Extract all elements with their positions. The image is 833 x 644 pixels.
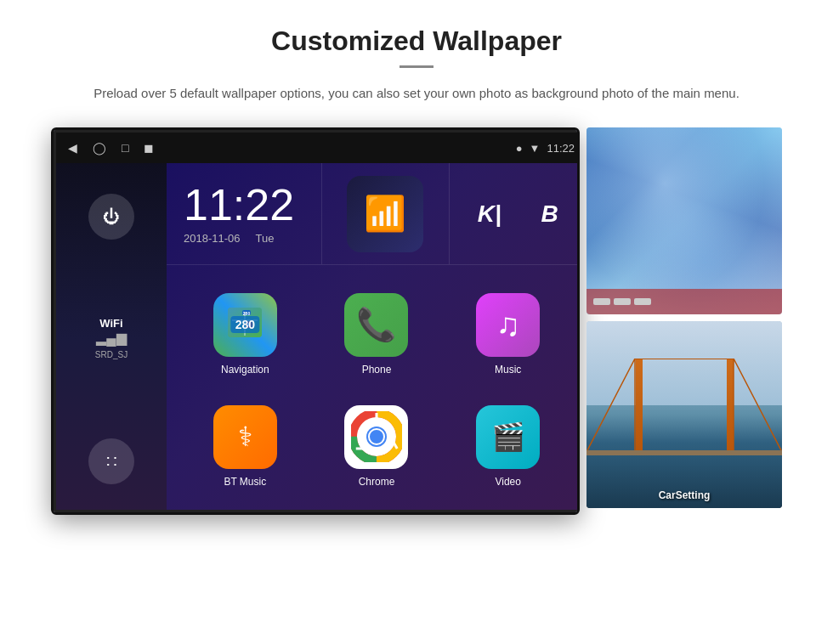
- music-icon: ♫: [476, 293, 540, 357]
- wallpaper-thumbs: CarSetting: [586, 127, 782, 508]
- status-time: 11:22: [547, 142, 575, 155]
- music-symbol: ♫: [496, 307, 520, 343]
- page-subtitle: Preload over 5 default wallpaper options…: [51, 83, 782, 104]
- svg-point-18: [370, 430, 383, 443]
- wifi-network: SRD_SJ: [95, 350, 128, 359]
- app-grid: 280 Navigation: [167, 265, 580, 512]
- widget-section: 📶: [322, 163, 450, 264]
- golden-gate-bg: [586, 321, 782, 508]
- status-icons-left: ◀ ◯ □ ◼: [68, 141, 154, 155]
- bridge-road: [586, 450, 782, 455]
- status-bar: ◀ ◯ □ ◼ ● ▼ 11:22: [56, 133, 580, 163]
- date-line: 2018-11-06 Tue: [184, 232, 304, 245]
- music-label: Music: [495, 364, 521, 376]
- navigation-icon: 280: [213, 293, 277, 357]
- wifi-signal-icon: 📶: [364, 194, 406, 234]
- app-navigation[interactable]: 280 Navigation: [179, 278, 311, 390]
- home-icon[interactable]: ◯: [93, 141, 106, 155]
- back-icon[interactable]: ◀: [68, 141, 77, 155]
- grid-icon: ∷: [106, 451, 117, 472]
- svg-text:280: 280: [243, 311, 251, 316]
- wallpaper-golden-gate[interactable]: CarSetting: [586, 321, 782, 508]
- screen-body: ⏻ WiFi ▂▄▆ SRD_SJ ∷: [56, 163, 580, 512]
- sidebar-top: ⏻ WiFi ▂▄▆ SRD_SJ ∷: [88, 180, 134, 498]
- carsetting-label: CarSetting: [586, 489, 782, 501]
- right-widgets: K| B: [450, 163, 581, 264]
- wifi-section: WiFi ▂▄▆ SRD_SJ: [95, 317, 128, 361]
- signal-icon: ▼: [530, 142, 541, 155]
- status-icons-right: ● ▼ 11:22: [516, 142, 575, 155]
- top-info-bar: 11:22 2018-11-06 Tue 📶: [167, 163, 580, 265]
- widget-k-icon: K|: [478, 201, 502, 228]
- bar-element: [593, 298, 610, 305]
- screenshot-icon[interactable]: ◼: [144, 141, 154, 155]
- map-svg: 280: [224, 303, 266, 346]
- wifi-widget: 📶: [347, 176, 423, 252]
- location-icon: ●: [516, 142, 523, 155]
- app-music[interactable]: ♫ Music: [442, 278, 574, 390]
- clock-time: 11:22: [184, 183, 304, 227]
- phone-symbol: 📞: [356, 306, 396, 343]
- apps-button[interactable]: ∷: [88, 438, 134, 484]
- bt-music-label: BT Music: [224, 476, 266, 488]
- navigation-label: Navigation: [221, 364, 269, 376]
- widget-b-icon: B: [541, 201, 558, 228]
- recents-icon[interactable]: □: [122, 141, 128, 155]
- phone-icon: 📞: [344, 293, 408, 357]
- wallpaper-ice-cave[interactable]: [586, 127, 782, 314]
- bar-element: [634, 298, 651, 305]
- video-icon: 🎬: [476, 405, 540, 469]
- bar-element: [614, 298, 631, 305]
- video-label: Video: [495, 476, 520, 488]
- power-button[interactable]: ⏻: [88, 194, 134, 240]
- ice-cave-bg: [586, 127, 782, 314]
- screen-content: 11:22 2018-11-06 Tue 📶: [167, 163, 580, 512]
- wifi-bars: ▂▄▆: [95, 330, 128, 346]
- wifi-label: WiFi: [95, 317, 128, 330]
- chrome-label: Chrome: [359, 476, 395, 488]
- chrome-svg: [351, 411, 402, 462]
- phone-label: Phone: [362, 364, 392, 376]
- title-divider: [400, 65, 434, 68]
- clock-date: 2018-11-06: [184, 232, 241, 245]
- bluetooth-symbol: ⚕: [238, 421, 252, 453]
- video-symbol: 🎬: [491, 421, 525, 453]
- power-icon: ⏻: [103, 207, 120, 227]
- clock-day: Tue: [256, 232, 275, 245]
- android-screen: ◀ ◯ □ ◼ ● ▼ 11:22: [51, 127, 580, 515]
- left-sidebar: ⏻ WiFi ▂▄▆ SRD_SJ ∷: [56, 163, 167, 512]
- page-title: Customized Wallpaper: [51, 25, 782, 57]
- chrome-icon: [344, 405, 408, 469]
- app-chrome[interactable]: Chrome: [311, 390, 443, 502]
- device-area: ◀ ◯ □ ◼ ● ▼ 11:22: [51, 127, 782, 515]
- bridge-cables-svg: [586, 359, 782, 452]
- app-bt-music[interactable]: ⚕ BT Music: [179, 390, 311, 502]
- app-video[interactable]: 🎬 Video: [442, 390, 574, 502]
- svg-point-6: [246, 321, 252, 328]
- bt-music-icon: ⚕: [213, 405, 277, 469]
- ice-overlay: [586, 127, 782, 314]
- time-section: 11:22 2018-11-06 Tue: [167, 163, 322, 264]
- svg-point-7: [247, 323, 251, 326]
- app-phone[interactable]: 📞 Phone: [311, 278, 443, 390]
- bottom-bar-preview: [586, 289, 782, 314]
